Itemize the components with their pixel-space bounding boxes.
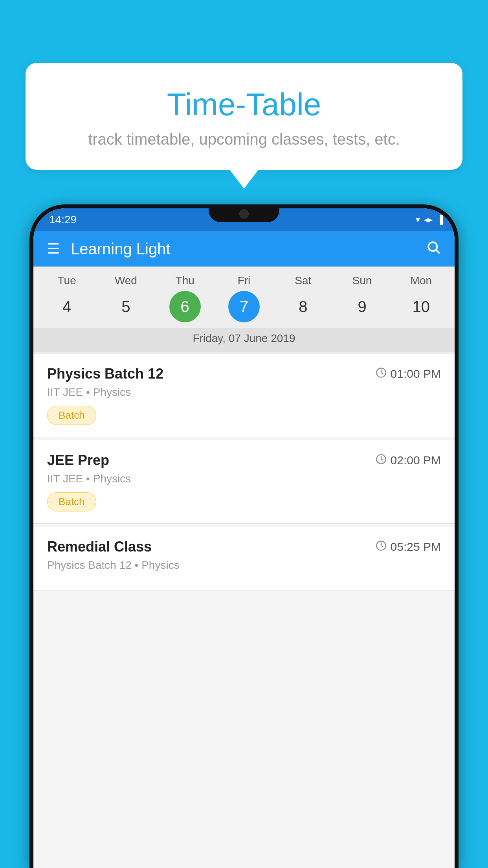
class-name-2: JEE Prep [47, 452, 109, 469]
day-6-today[interactable]: 6 [169, 291, 201, 322]
tooltip-title: Time-Table [45, 86, 443, 123]
class-item-header-1: Physics Batch 12 01:00 PM [47, 366, 441, 382]
app-title: Learning Light [71, 240, 426, 258]
day-8[interactable]: 8 [287, 291, 319, 322]
phone-frame: 14:29 ▾ ◂▸ ▐ ☰ Learning Light Tue Wed [29, 204, 459, 868]
phone-notch [209, 204, 279, 222]
signal-icon: ◂▸ [424, 215, 433, 225]
class-info-3: Physics Batch 12 • Physics [47, 559, 441, 572]
class-info-1: IIT JEE • Physics [47, 386, 441, 399]
class-name-3: Remedial Class [47, 539, 152, 555]
camera-dot [239, 209, 249, 219]
class-list: Physics Batch 12 01:00 PM IIT JEE • Phys… [33, 354, 455, 594]
class-item-physics-batch-12[interactable]: Physics Batch 12 01:00 PM IIT JEE • Phys… [33, 354, 455, 437]
batch-badge-1: Batch [47, 406, 96, 425]
class-time-2: 02:00 PM [376, 454, 441, 467]
class-item-header-3: Remedial Class 05:25 PM [47, 539, 441, 555]
svg-line-1 [436, 250, 439, 253]
search-icon[interactable] [426, 240, 441, 258]
selected-date: Friday, 07 June 2019 [33, 328, 455, 352]
battery-icon: ▐ [437, 215, 443, 225]
wifi-icon: ▾ [416, 215, 420, 225]
time-label-2: 02:00 PM [391, 454, 441, 467]
status-time: 14:29 [49, 213, 77, 226]
time-label-1: 01:00 PM [391, 367, 441, 381]
app-bar: ☰ Learning Light [33, 231, 455, 267]
day-headers: Tue Wed Thu Fri Sat Sun Mon [33, 274, 455, 287]
tooltip-subtitle: track timetable, upcoming classes, tests… [45, 131, 443, 148]
day-header-mon: Mon [405, 274, 437, 287]
class-item-header-2: JEE Prep 02:00 PM [47, 452, 441, 469]
day-4[interactable]: 4 [51, 291, 83, 322]
class-name-1: Physics Batch 12 [47, 366, 163, 382]
class-item-remedial[interactable]: Remedial Class 05:25 PM Physics Batch 12… [33, 527, 455, 591]
class-info-2: IIT JEE • Physics [47, 473, 441, 485]
day-header-tue: Tue [51, 274, 83, 287]
day-10[interactable]: 10 [405, 291, 437, 322]
clock-icon-2 [376, 454, 387, 467]
clock-icon-1 [376, 367, 387, 381]
day-header-wed: Wed [110, 274, 141, 287]
phone-screen: 14:29 ▾ ◂▸ ▐ ☰ Learning Light Tue Wed [33, 208, 455, 868]
class-time-1: 01:00 PM [376, 367, 441, 381]
day-header-thu: Thu [169, 274, 201, 287]
status-icons: ▾ ◂▸ ▐ [416, 215, 443, 225]
day-header-sat: Sat [287, 274, 319, 287]
class-item-jee-prep[interactable]: JEE Prep 02:00 PM IIT JEE • Physics Batc… [33, 440, 455, 524]
day-header-sun: Sun [347, 274, 378, 287]
hamburger-icon[interactable]: ☰ [47, 241, 59, 257]
day-5[interactable]: 5 [110, 291, 141, 322]
day-numbers: 4 5 6 7 8 9 10 [33, 291, 455, 322]
calendar-strip: Tue Wed Thu Fri Sat Sun Mon 4 5 6 7 8 9 … [33, 267, 455, 354]
day-7-selected[interactable]: 7 [228, 291, 260, 322]
class-time-3: 05:25 PM [376, 540, 441, 554]
time-label-3: 05:25 PM [391, 540, 441, 554]
tooltip-card: Time-Table track timetable, upcoming cla… [26, 63, 462, 170]
day-header-fri: Fri [228, 274, 260, 287]
batch-badge-2: Batch [47, 492, 96, 511]
day-9[interactable]: 9 [347, 291, 378, 322]
clock-icon-3 [376, 540, 387, 554]
